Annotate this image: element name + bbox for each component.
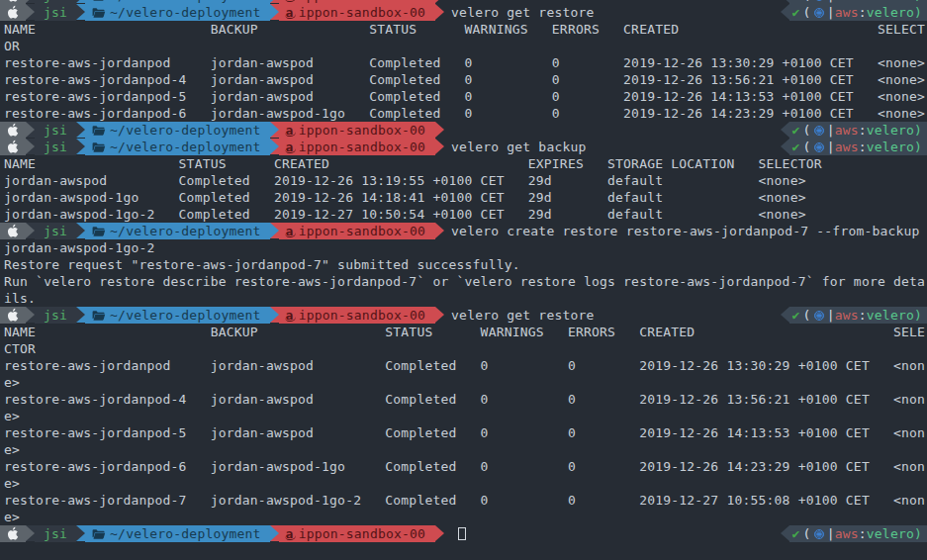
user-label: jsi xyxy=(44,4,67,21)
prompt-line: jsi ~/velero-deployment aippon-sandbox-0… xyxy=(0,139,927,155)
segment-separator xyxy=(26,223,35,238)
user-label: jsi xyxy=(44,525,67,542)
kube-context-segment: ✔(|aws:velero) xyxy=(789,4,927,21)
output-line: e> xyxy=(0,509,927,525)
pipe-separator: | xyxy=(827,122,835,139)
paren-open: ( xyxy=(803,139,811,155)
directory-label: ~/velero-deployment xyxy=(110,4,261,21)
output-line: restore-aws-jordanpod-5 jordan-awspod Co… xyxy=(0,424,927,441)
check-icon: ✔ xyxy=(792,525,800,542)
prompt-line: jsi ~/velero-deployment aippon-sandbox-0… xyxy=(0,223,927,239)
pipe-separator: | xyxy=(827,525,835,542)
segment-separator xyxy=(781,525,789,541)
segment-separator xyxy=(270,122,279,138)
right-status: ✔(|aws:velero) xyxy=(781,307,927,324)
check-icon: ✔ xyxy=(792,307,800,324)
output-line: e> xyxy=(0,441,927,458)
directory-segment: ~/velero-deployment xyxy=(85,4,270,21)
segment-separator xyxy=(26,122,35,138)
user-segment: jsi xyxy=(35,4,76,21)
directory-label: ~/velero-deployment xyxy=(110,307,261,324)
aws-profile-segment: aippon-sandbox-00 xyxy=(279,122,435,139)
directory-segment: ~/velero-deployment xyxy=(85,122,270,139)
segment-separator xyxy=(26,4,35,20)
segment-separator xyxy=(76,4,85,20)
terminal-output: jsi ~/velero-deployment aippon-sandbox-0… xyxy=(0,0,927,560)
apple-segment xyxy=(0,139,26,155)
segment-separator xyxy=(26,0,35,3)
segment-separator xyxy=(26,525,35,541)
prompt: jsi ~/velero-deployment aippon-sandbox-0… xyxy=(0,525,466,542)
folder-icon xyxy=(92,141,106,153)
segment-separator xyxy=(26,307,35,323)
aws-profile-segment: aippon-sandbox-00 xyxy=(279,307,435,324)
aws-icon: a xyxy=(286,225,294,237)
kubernetes-icon xyxy=(813,125,825,137)
segment-separator xyxy=(435,139,444,154)
output-line: NAME BACKUP STATUS WARNINGS ERRORS CREAT… xyxy=(0,21,927,38)
prompt-line: jsi ~/velero-deployment aippon-sandbox-0… xyxy=(0,525,927,542)
apple-icon xyxy=(6,0,19,3)
user-label: jsi xyxy=(44,122,67,139)
kubernetes-icon xyxy=(813,0,825,2)
colon-separator: : xyxy=(859,139,867,155)
apple-segment xyxy=(0,4,26,21)
folder-icon xyxy=(92,528,106,540)
right-status: ✔(|aws:velero) xyxy=(781,4,927,21)
directory-label: ~/velero-deployment xyxy=(110,122,261,139)
command-text[interactable]: velero get restore xyxy=(451,4,594,21)
output-line: jordan-awspod-1go-2 xyxy=(0,239,927,256)
prompt: jsi ~/velero-deployment aippon-sandbox-0… xyxy=(0,139,587,155)
kube-namespace-label: velero xyxy=(867,4,914,21)
kube-context-segment: ✔(|aws:velero) xyxy=(789,525,927,542)
kube-context-segment: ✔(|aws:velero) xyxy=(789,139,927,155)
output-line: NAME STATUS CREATED EXPIRES STORAGE LOCA… xyxy=(0,155,927,172)
aws-profile-segment: aippon-sandbox-00 xyxy=(279,223,435,239)
apple-icon xyxy=(6,123,19,138)
colon-separator: : xyxy=(859,307,867,324)
command-text[interactable]: velero get restore xyxy=(451,307,594,324)
output-line: ils. xyxy=(0,290,927,307)
aws-profile-label: ippon-sandbox-00 xyxy=(299,525,425,542)
terminal-window[interactable]: jsi ~/velero-deployment aippon-sandbox-0… xyxy=(0,0,927,560)
command-text[interactable]: velero create restore restore-aws-jordan… xyxy=(451,223,920,239)
prompt: jsi ~/velero-deployment aippon-sandbox-0… xyxy=(0,122,451,139)
segment-separator xyxy=(781,307,789,323)
kube-cluster-label: aws xyxy=(835,122,859,139)
output-line: jordan-awspod Completed 2019-12-26 13:19… xyxy=(0,172,927,189)
aws-icon: a xyxy=(286,6,294,19)
check-icon: ✔ xyxy=(792,4,800,21)
prompt: jsi ~/velero-deployment aippon-sandbox-0… xyxy=(0,307,595,324)
user-label: jsi xyxy=(44,223,67,239)
segment-separator xyxy=(781,0,789,3)
paren-open: ( xyxy=(803,525,811,542)
paren-open: ( xyxy=(803,4,811,21)
segment-separator xyxy=(435,122,444,138)
output-line: restore-aws-jordanpod-4 jordan-awspod Co… xyxy=(0,71,927,88)
aws-icon: a xyxy=(286,124,294,137)
segment-separator xyxy=(781,4,789,20)
output-line xyxy=(0,542,927,559)
aws-profile-segment: aippon-sandbox-00 xyxy=(279,139,435,155)
output-line: e> xyxy=(0,374,927,391)
kube-namespace-label: velero xyxy=(867,122,914,139)
output-line: restore-aws-jordanpod jordan-awspod Comp… xyxy=(0,357,927,374)
check-icon: ✔ xyxy=(792,139,800,155)
aws-profile-label: ippon-sandbox-00 xyxy=(299,4,425,21)
terminal-cursor xyxy=(458,527,466,540)
paren-open: ( xyxy=(803,307,811,324)
apple-segment xyxy=(0,223,26,239)
segment-separator xyxy=(76,525,85,541)
aws-icon: a xyxy=(286,527,294,540)
user-segment: jsi xyxy=(35,122,76,139)
user-label: jsi xyxy=(44,307,67,324)
command-text[interactable]: velero get backup xyxy=(451,139,586,155)
kubernetes-icon xyxy=(813,528,825,540)
directory-segment: ~/velero-deployment xyxy=(85,307,270,324)
output-line: OR xyxy=(0,38,927,54)
prompt-line: jsi ~/velero-deployment aippon-sandbox-0… xyxy=(0,4,927,21)
output-line: Restore request "restore-aws-jordanpod-7… xyxy=(0,256,927,273)
right-status: ✔(|aws:velero) xyxy=(781,122,927,139)
segment-separator xyxy=(76,223,85,238)
directory-segment: ~/velero-deployment xyxy=(85,139,270,155)
